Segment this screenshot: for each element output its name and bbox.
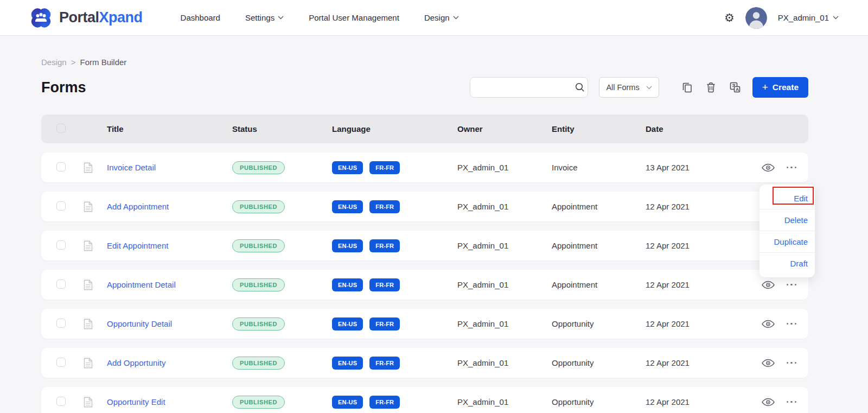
column-header-date: Date (646, 124, 726, 134)
table-row: Opportunity Edit PUBLISHED EN-USFR-FR PX… (41, 387, 808, 413)
row-checkbox[interactable] (56, 201, 66, 211)
status-badge: PUBLISHED (232, 161, 285, 174)
owner-cell: PX_admin_01 (457, 241, 552, 250)
nav-item-portal-user-management[interactable]: Portal User Management (309, 13, 399, 22)
top-navigation-bar: PortalXpand Dashboard Settings Portal Us… (0, 0, 868, 36)
entity-cell: Appointment (552, 241, 646, 250)
search-input[interactable] (477, 83, 575, 92)
nav-item-design[interactable]: Design (424, 13, 459, 22)
language-badge: FR-FR (369, 396, 400, 409)
plus-icon: + (762, 81, 768, 93)
form-title-link[interactable]: Edit Appointment (107, 241, 168, 250)
create-button[interactable]: + Create (752, 77, 808, 98)
preview-eye-icon[interactable] (762, 398, 775, 406)
date-cell: 12 Apr 2021 (646, 280, 726, 289)
nav-item-settings[interactable]: Settings (245, 13, 284, 22)
language-badge: FR-FR (369, 200, 400, 213)
status-badge: PUBLISHED (232, 317, 285, 331)
svg-text:A: A (736, 87, 739, 92)
table-row: Add Appointment PUBLISHED EN-USFR-FR PX_… (41, 192, 808, 221)
user-menu[interactable]: PX_admin_01 (778, 13, 839, 22)
column-header-language: Language (332, 124, 457, 134)
column-header-title: Title (107, 124, 232, 134)
form-title-link[interactable]: Invoice Detail (107, 163, 156, 172)
language-badge: EN-US (332, 239, 363, 252)
date-cell: 12 Apr 2021 (646, 202, 726, 211)
table-header: Title Status Language Owner Entity Date (41, 115, 808, 143)
language-badge: FR-FR (369, 317, 400, 331)
context-menu-delete[interactable]: Delete (760, 209, 815, 231)
entity-cell: Invoice (552, 163, 646, 172)
preview-eye-icon[interactable] (762, 163, 775, 172)
ellipsis-menu-icon[interactable] (787, 282, 797, 288)
brand-logo[interactable]: PortalXpand (28, 5, 143, 30)
copy-icon[interactable] (682, 82, 692, 93)
document-icon (84, 358, 107, 368)
row-context-menu: Edit Delete Duplicate Draft (760, 185, 815, 277)
table-row: Edit Appointment PUBLISHED EN-USFR-FR PX… (41, 231, 808, 260)
column-header-owner: Owner (457, 124, 552, 134)
toolbar-actions: All Forms A + Create (470, 77, 808, 98)
row-checkbox[interactable] (56, 397, 66, 406)
ellipsis-menu-icon[interactable] (787, 399, 797, 405)
form-title-link[interactable]: Appointment Detail (107, 280, 176, 289)
ellipsis-menu-icon[interactable] (787, 360, 797, 366)
table-row: Add Opportunity PUBLISHED EN-USFR-FR PX_… (41, 348, 808, 378)
form-title-link[interactable]: Opportunity Edit (107, 397, 165, 406)
language-badge: FR-FR (369, 278, 400, 291)
translate-icon[interactable]: A (730, 82, 741, 93)
document-icon (84, 162, 107, 173)
row-checkbox[interactable] (56, 319, 66, 328)
nav-right-section: ⚙ PX_admin_01 (724, 7, 839, 29)
preview-eye-icon[interactable] (762, 359, 775, 367)
page-toolbar: Forms All Forms A (41, 75, 808, 99)
table-row: Appointment Detail PUBLISHED EN-USFR-FR … (41, 270, 808, 300)
breadcrumb: Design > Form Builder (41, 58, 808, 67)
date-cell: 12 Apr 2021 (646, 397, 726, 406)
owner-cell: PX_admin_01 (457, 319, 552, 328)
brand-name: PortalXpand (59, 9, 143, 26)
breadcrumb-form-builder: Form Builder (80, 58, 126, 67)
chevron-down-icon (646, 86, 652, 90)
document-icon (84, 201, 107, 212)
chevron-down-icon (278, 16, 284, 20)
status-badge: PUBLISHED (232, 396, 285, 409)
context-menu-edit[interactable]: Edit (760, 188, 815, 209)
entity-cell: Opportunity (552, 358, 646, 367)
language-badge: EN-US (332, 161, 363, 174)
nav-item-dashboard[interactable]: Dashboard (181, 13, 220, 22)
entity-cell: Appointment (552, 280, 646, 289)
column-header-status: Status (232, 124, 332, 134)
language-badge: EN-US (332, 357, 363, 370)
form-title-link[interactable]: Add Opportunity (107, 358, 165, 367)
language-badge: FR-FR (369, 239, 400, 252)
preview-eye-icon[interactable] (762, 320, 775, 328)
breadcrumb-design[interactable]: Design (41, 58, 67, 67)
user-avatar[interactable] (745, 7, 767, 29)
ellipsis-menu-icon[interactable] (787, 321, 797, 327)
form-title-link[interactable]: Add Appointment (107, 202, 169, 211)
date-cell: 12 Apr 2021 (646, 319, 726, 328)
context-menu-draft[interactable]: Draft (760, 253, 815, 274)
form-title-link[interactable]: Opportunity Detail (107, 319, 172, 328)
entity-cell: Opportunity (552, 319, 646, 328)
gear-icon[interactable]: ⚙ (724, 12, 735, 23)
page-title: Forms (41, 79, 86, 96)
language-badge: FR-FR (369, 357, 400, 370)
row-checkbox[interactable] (56, 240, 66, 250)
entity-cell: Opportunity (552, 397, 646, 406)
preview-eye-icon[interactable] (762, 281, 775, 289)
status-badge: PUBLISHED (232, 200, 285, 213)
language-badge: EN-US (332, 396, 363, 409)
context-menu-duplicate[interactable]: Duplicate (760, 231, 815, 252)
trash-icon[interactable] (706, 82, 716, 93)
row-checkbox[interactable] (56, 162, 66, 171)
search-icon[interactable] (575, 82, 585, 92)
select-all-checkbox[interactable] (56, 124, 66, 133)
ellipsis-menu-icon[interactable] (787, 164, 797, 171)
row-checkbox[interactable] (56, 279, 66, 289)
forms-filter-dropdown[interactable]: All Forms (599, 77, 659, 98)
row-checkbox[interactable] (56, 358, 66, 367)
status-badge: PUBLISHED (232, 278, 285, 291)
search-box (470, 77, 588, 98)
